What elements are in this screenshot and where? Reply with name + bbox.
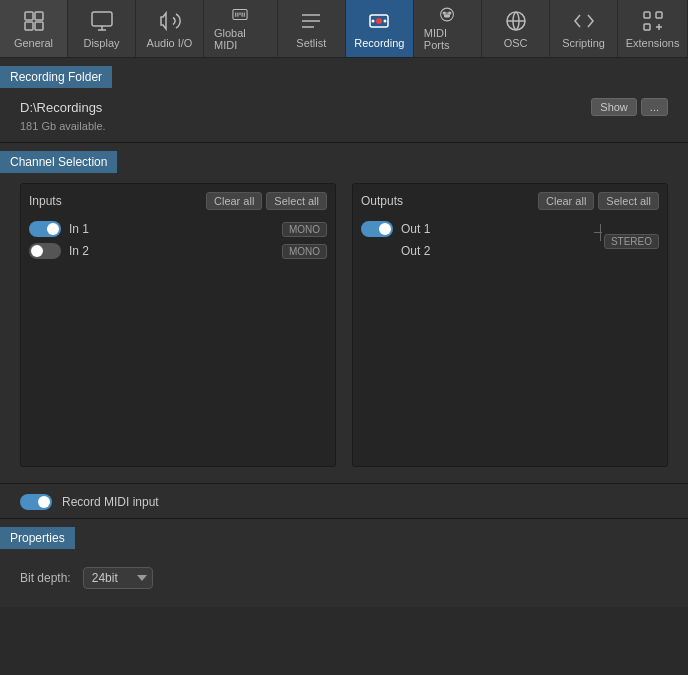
svg-rect-18: [656, 12, 662, 18]
nav-osc-label: OSC: [504, 37, 528, 49]
output-1-toggle[interactable]: [361, 221, 393, 237]
output-2-label: Out 2: [401, 244, 594, 258]
svg-point-12: [449, 12, 451, 14]
nav-midi-ports[interactable]: MIDI Ports: [414, 0, 482, 57]
svg-point-11: [444, 12, 446, 14]
record-midi-thumb: [38, 496, 50, 508]
nav-scripting-label: Scripting: [562, 37, 605, 49]
svg-point-15: [446, 15, 448, 17]
recording-folder-content: D:\Recordings Show ... 181 Gb available.: [0, 88, 688, 143]
nav-display[interactable]: Display: [68, 0, 136, 57]
folder-btns: Show ...: [591, 98, 668, 116]
setlist-icon: [299, 9, 323, 33]
nav-recording[interactable]: Recording: [346, 0, 414, 57]
output-channel-1: Out 1: [361, 218, 594, 240]
nav-scripting[interactable]: Scripting: [550, 0, 618, 57]
input-2-label: In 2: [69, 244, 274, 258]
top-nav: General Display Audio I/O Global MIDI Se…: [0, 0, 688, 58]
output-1-thumb: [379, 223, 391, 235]
inputs-title: Inputs: [29, 194, 62, 208]
outputs-title: Outputs: [361, 194, 403, 208]
folder-path-row: D:\Recordings Show ...: [20, 98, 668, 116]
svg-rect-3: [35, 22, 43, 30]
outputs-select-all-button[interactable]: Select all: [598, 192, 659, 210]
midi-icon: [228, 6, 252, 23]
inputs-select-all-button[interactable]: Select all: [266, 192, 327, 210]
outputs-column: Outputs Clear all Select all: [352, 183, 668, 467]
outputs-list: Out 1 Out 2: [361, 218, 659, 458]
input-channel-2: In 2 MONO: [29, 240, 327, 262]
nav-audio-io[interactable]: Audio I/O: [136, 0, 204, 57]
record-midi-row: Record MIDI input: [0, 484, 688, 519]
inputs-actions: Clear all Select all: [206, 192, 327, 210]
channel-selection-section-label: Channel Selection: [0, 151, 117, 173]
bit-depth-select[interactable]: 16bit 24bit 32bit: [83, 567, 153, 589]
svg-rect-4: [92, 12, 112, 26]
bit-depth-label: Bit depth:: [20, 571, 71, 585]
recording-icon: [367, 9, 391, 33]
svg-rect-2: [25, 22, 33, 30]
input-1-mode: MONO: [282, 222, 327, 237]
svg-rect-0: [25, 12, 33, 20]
folder-path: D:\Recordings: [20, 100, 102, 115]
input-1-toggle[interactable]: [29, 221, 61, 237]
input-2-toggle[interactable]: [29, 243, 61, 259]
channel-selection-header-row: Channel Selection: [0, 143, 688, 173]
outputs-clear-all-button[interactable]: Clear all: [538, 192, 594, 210]
general-icon: [22, 9, 46, 33]
inputs-clear-all-button[interactable]: Clear all: [206, 192, 262, 210]
outputs-actions: Clear all Select all: [538, 192, 659, 210]
inputs-list: In 1 MONO In 2 MONO: [29, 218, 327, 458]
input-2-thumb: [31, 245, 43, 257]
recording-folder-header-row: Recording Folder: [0, 58, 688, 88]
channel-selection-content: Inputs Clear all Select all In 1 MONO: [0, 173, 688, 484]
record-midi-label: Record MIDI input: [62, 495, 159, 509]
folder-available: 181 Gb available.: [20, 120, 668, 132]
nav-osc[interactable]: OSC: [482, 0, 550, 57]
svg-rect-1: [35, 12, 43, 20]
nav-general-label: General: [14, 37, 53, 49]
nav-audio-io-label: Audio I/O: [147, 37, 193, 49]
properties-header-row: Properties: [0, 519, 688, 549]
display-icon: [90, 9, 114, 33]
svg-rect-19: [644, 24, 650, 30]
nav-global-midi-label: Global MIDI: [214, 27, 267, 51]
output-channels: Out 1 Out 2: [361, 218, 594, 262]
svg-point-8: [372, 19, 375, 22]
bit-depth-row: Bit depth: 16bit 24bit 32bit: [20, 559, 668, 597]
nav-general[interactable]: General: [0, 0, 68, 57]
nav-extensions-label: Extensions: [626, 37, 680, 49]
output-2-spacer: [361, 243, 393, 259]
output-stereo-mode: STEREO: [604, 234, 659, 249]
stereo-bracket: [594, 218, 602, 241]
more-folder-button[interactable]: ...: [641, 98, 668, 116]
inputs-header: Inputs Clear all Select all: [29, 192, 327, 210]
input-2-mode: MONO: [282, 244, 327, 259]
nav-extensions[interactable]: Extensions: [618, 0, 688, 57]
extensions-icon: [641, 9, 665, 33]
nav-setlist-label: Setlist: [296, 37, 326, 49]
bracket-bottom: [600, 233, 601, 241]
output-1-label: Out 1: [401, 222, 594, 236]
nav-global-midi[interactable]: Global MIDI: [204, 0, 278, 57]
nav-midi-ports-label: MIDI Ports: [424, 27, 471, 51]
nav-recording-label: Recording: [354, 37, 404, 49]
inputs-column: Inputs Clear all Select all In 1 MONO: [20, 183, 336, 467]
audio-icon: [158, 9, 182, 33]
channel-columns: Inputs Clear all Select all In 1 MONO: [20, 183, 668, 467]
recording-folder-section-label: Recording Folder: [0, 66, 112, 88]
show-folder-button[interactable]: Show: [591, 98, 637, 116]
osc-icon: [504, 9, 528, 33]
properties-section-label: Properties: [0, 527, 75, 549]
input-1-label: In 1: [69, 222, 274, 236]
record-midi-toggle[interactable]: [20, 494, 52, 510]
properties-content: Bit depth: 16bit 24bit 32bit: [0, 549, 688, 607]
nav-setlist[interactable]: Setlist: [278, 0, 346, 57]
scripting-icon: [572, 9, 596, 33]
bracket-top: [600, 224, 601, 232]
input-channel-1: In 1 MONO: [29, 218, 327, 240]
midi-ports-icon: [435, 6, 459, 23]
outputs-header: Outputs Clear all Select all: [361, 192, 659, 210]
svg-point-9: [384, 19, 387, 22]
svg-rect-17: [644, 12, 650, 18]
